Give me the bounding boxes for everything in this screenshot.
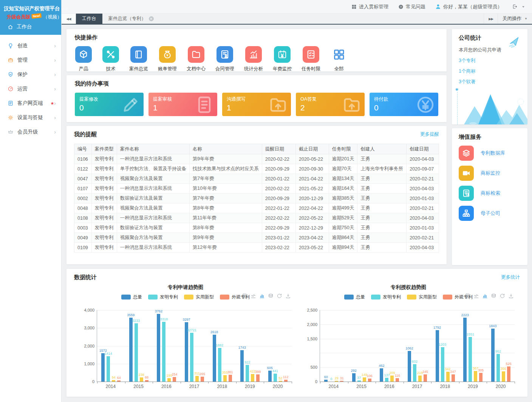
quick-action-合同管理[interactable]: 合同管理	[215, 46, 234, 72]
checklist-icon	[306, 50, 316, 59]
table-row[interactable]: 0109发明专利一种消息显示方法和系统第12年年费2023-02-222023-…	[74, 243, 439, 253]
service-专利数据库[interactable]: 专利数据库	[459, 146, 521, 161]
restore-icon[interactable]	[277, 293, 282, 299]
tabs-scroll-left-button[interactable]: ◀◀	[62, 14, 76, 24]
legend-item-发明专利[interactable]: 发明专利	[148, 294, 178, 300]
quick-action-文档中心[interactable]: 文档中心	[187, 46, 206, 72]
bar-外观专利: 399	[256, 374, 260, 382]
y-axis-label: 3,000	[84, 326, 94, 330]
table-cell: 第11年年费	[189, 213, 262, 223]
company-stat-link[interactable]: 1个商标	[459, 68, 521, 75]
bar-实用新型: 149	[363, 377, 366, 382]
legend-item-实用新型[interactable]: 实用新型	[407, 294, 437, 300]
quick-action-统计分析[interactable]: 统计分析	[244, 46, 263, 72]
caret-down-icon[interactable]	[521, 5, 525, 9]
sidebar-item-会员升级[interactable]: 会员升级›	[0, 125, 61, 139]
quick-action-年费监控[interactable]: 年费监控	[273, 46, 292, 72]
bar-总量: 462	[380, 368, 383, 382]
stack-icon[interactable]	[491, 293, 496, 299]
legend-item-总量[interactable]: 总量	[344, 294, 365, 300]
quick-action-任务时限[interactable]: 任务时限	[302, 46, 320, 72]
table-row[interactable]: 0003发明专利数据验证方法与装置第8年年费2022-09-292022-12-…	[74, 223, 439, 233]
x-axis-label: 2016	[152, 384, 180, 389]
sidebar-item-保护[interactable]: 保护›	[0, 67, 61, 82]
bar-toggle-icon[interactable]	[482, 293, 488, 299]
quick-action-案件总览[interactable]: 案件总览	[129, 46, 148, 72]
company-stat-link[interactable]: 3个软著	[459, 79, 521, 85]
restore-icon[interactable]	[500, 293, 505, 299]
webpage-icon	[8, 100, 14, 106]
legend-item-总量[interactable]: 总量	[121, 294, 142, 300]
data-view-icon[interactable]	[242, 293, 247, 299]
download-icon[interactable]	[508, 293, 514, 299]
line-toggle-icon[interactable]	[473, 293, 479, 299]
legend-item-发明专利[interactable]: 发明专利	[371, 294, 401, 300]
sidebar-item-运营[interactable]: 运营›	[0, 82, 61, 96]
table-row[interactable]: 0002发明专利数据验证方法及装置第7年年费2020-09-292020-12-…	[74, 194, 439, 203]
line-toggle-icon[interactable]	[251, 293, 256, 299]
sidebar-item-客户网页端[interactable]: 客户网页端★›	[0, 96, 61, 110]
sidebar-item-workbench[interactable]: 工作台	[0, 20, 61, 30]
upgrade-member-link[interactable]: 升级会员版	[7, 14, 31, 20]
table-cell: 王勇	[357, 154, 407, 164]
todo-card-OA答复[interactable]: OA答复2	[296, 93, 365, 116]
service-商标监控[interactable]: 商标监控	[459, 166, 521, 181]
sidebar-header: 汉知宝知识产权管理平台 V2.0 升级会员版 New! （视频） 工作台	[0, 0, 61, 35]
service-母子公司[interactable]: 母子公司	[459, 206, 521, 221]
faq-button[interactable]: ? 常见问题	[398, 3, 425, 10]
tab-workbench[interactable]: 工作台	[76, 14, 102, 24]
chevron-right-icon: ›	[54, 57, 56, 63]
bar-发明专利: 3318	[162, 322, 165, 382]
logout-icon[interactable]	[512, 4, 518, 9]
quick-action-产品[interactable]: 产品	[75, 46, 92, 72]
close-actions-dropdown[interactable]: 关闭操作▼	[498, 14, 532, 24]
stack-icon[interactable]	[268, 293, 274, 299]
more-statistics-link[interactable]: 更多统计	[501, 274, 520, 281]
table-row[interactable]: 0122发明专利单手控制方法、装置及手持设备找技术效果与技术点的对应关系2020…	[74, 164, 439, 174]
table-row[interactable]: 0106发明专利一种消息显示方法和系统第9年年费2020-02-222020-0…	[74, 154, 439, 164]
table-cell: 2020-01-03	[407, 223, 439, 233]
table-row[interactable]: 0107发明专利一种消息显示方法和系统第10年年费2020-02-222021-…	[74, 184, 439, 194]
table-cell: 一种消息显示方法和系统	[117, 213, 189, 223]
todo-card-提案审核[interactable]: 提案审核1	[148, 93, 217, 116]
y-axis-label: 500	[311, 365, 317, 369]
user-menu[interactable]: 你好，某某（超级管理员）	[435, 3, 502, 10]
column-header-任务时限: 任务时限	[329, 144, 357, 154]
todo-card-提案修改[interactable]: 提案修改0	[75, 93, 144, 116]
quick-action-技术[interactable]: 技术	[102, 46, 119, 72]
tabs-scroll-right-button[interactable]: ▶▶	[484, 14, 498, 24]
table-row[interactable]: 0049发明专利视频聚合方法与装置第9年年费2023-01-222023-04-…	[74, 233, 439, 243]
folder-up-icon	[342, 95, 362, 115]
quick-action-账单管理[interactable]: ¥账单管理	[158, 46, 177, 72]
todo-card-待付款[interactable]: 待付款0	[370, 93, 438, 116]
sidebar-item-创造[interactable]: 创造›	[0, 39, 61, 53]
sidebar-item-设置与答疑[interactable]: 设置与答疑›	[0, 110, 61, 125]
bar-实用新型: 94	[112, 380, 115, 382]
folder-icon	[191, 50, 201, 59]
legend-item-实用新型[interactable]: 实用新型	[184, 294, 214, 300]
table-row[interactable]: 0108发明专利一种消息显示方法和系统第11年年费2022-02-222022-…	[74, 213, 439, 223]
bar-value-label: 3297	[183, 318, 190, 321]
bar-group-2017: 329732721311265	[181, 310, 209, 382]
close-icon[interactable]: ✕	[149, 16, 154, 21]
table-cell: 王勇	[357, 223, 407, 233]
reminders-table: 编号案件类型案件名称名称提醒日期截止日期任务时限创建人创建日期 0106发明专利…	[74, 144, 439, 253]
table-row[interactable]: 0048发明专利视频聚合方法及装置第8年年费2022-01-222022-04-…	[74, 203, 439, 213]
sidebar-item-管理[interactable]: 管理›	[0, 53, 61, 67]
more-reminders-link[interactable]: 更多提醒	[420, 131, 439, 138]
video-link[interactable]: （视频）	[43, 14, 62, 20]
quick-action-全部[interactable]: 全部	[330, 46, 348, 72]
tab-case-overview[interactable]: 案件总览（专利） ✕	[102, 14, 160, 24]
company-stat-link[interactable]: 3个专利	[459, 57, 521, 64]
enter-standard-management-button[interactable]: 进入贯标管理	[351, 3, 388, 10]
data-view-icon[interactable]	[465, 293, 470, 299]
todo-card-沟通撰写[interactable]: 沟通撰写1	[222, 93, 291, 116]
service-商标检索[interactable]: 商标检索	[459, 186, 521, 201]
legend-label: 总量	[133, 294, 142, 300]
bar-toggle-icon[interactable]	[259, 293, 265, 299]
table-row[interactable]: 0047发明专利视频聚合方法及装置第7年年费2020-01-222021-04-…	[74, 174, 439, 184]
x-axis-label: 2020	[264, 384, 292, 389]
download-icon[interactable]	[285, 293, 291, 299]
legend-swatch	[148, 295, 158, 300]
bar-value-label: 2223	[461, 314, 469, 317]
